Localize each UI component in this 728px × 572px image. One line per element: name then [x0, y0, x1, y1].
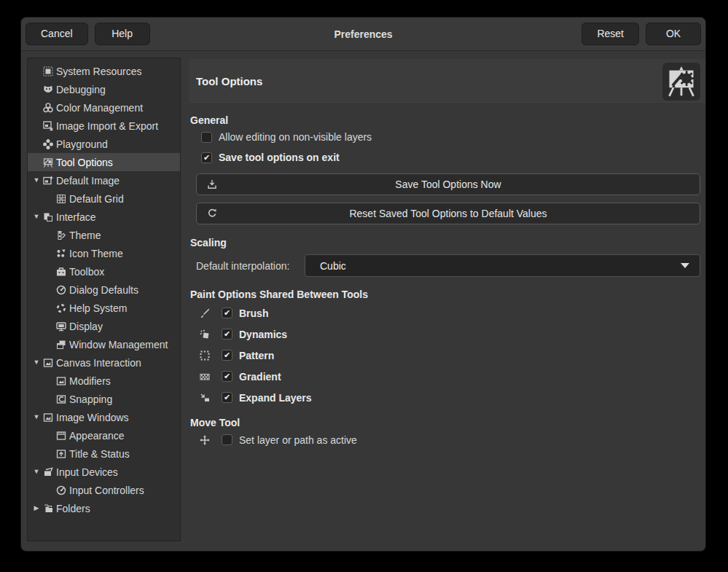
sidebar-item-image-windows[interactable]: ▼Image Windows	[28, 408, 180, 426]
interpolation-dropdown[interactable]: Cubic	[305, 254, 700, 277]
expander-open-icon[interactable]: ▼	[31, 463, 42, 481]
sidebar-item-label: Snapping	[69, 393, 112, 405]
checkbox-dynamics[interactable]: ✔	[222, 329, 232, 340]
sidebar-item-debugging[interactable]: Debugging	[28, 80, 180, 98]
section-title-paint-options: Paint Options Shared Between Tools	[189, 288, 706, 301]
dial-icon	[55, 284, 67, 296]
sidebar-item-label: Debugging	[56, 84, 106, 95]
expander-open-icon[interactable]: ▼	[31, 353, 42, 372]
expander-open-icon[interactable]: ▼	[31, 408, 42, 426]
sidebar-item-label: Color Management	[56, 102, 143, 114]
option-row-allow-editing-on-non-visible-layers: Allow editing on non-visible layers	[189, 127, 706, 147]
expander-closed-icon[interactable]: ▶	[31, 499, 42, 517]
sidebar-item-dialog-defaults[interactable]: Dialog Defaults	[28, 281, 180, 299]
sidebar-item-image-import-export[interactable]: Image Import & Export	[28, 117, 180, 135]
sidebar-item-title-status[interactable]: Title & Status	[28, 444, 180, 463]
sidebar-item-display[interactable]: Display	[28, 317, 180, 335]
folder-stack-icon	[42, 503, 54, 514]
sidebar-item-help-system[interactable]: Help System	[28, 299, 180, 317]
interpolation-value: Cubic	[320, 260, 346, 272]
sidebar-item-folders[interactable]: ▶Folders	[28, 499, 180, 517]
sidebar-item-label: Image Windows	[56, 412, 129, 423]
expander-open-icon[interactable]: ▼	[31, 171, 42, 189]
ok-button[interactable]: OK	[646, 23, 701, 45]
checkbox-set-layer-or-path-as-active[interactable]	[222, 434, 232, 445]
monitor-icon	[55, 321, 67, 332]
canvas-image-icon	[42, 357, 54, 369]
tool-options-actions: Save Tool Options NowReset Saved Tool Op…	[189, 173, 706, 224]
snap-icon	[55, 393, 67, 405]
sidebar-item-system-resources[interactable]: System Resources	[28, 62, 180, 80]
theme-icon	[55, 230, 67, 241]
checkmark-icon: ✔	[224, 351, 230, 359]
checkmark-icon: ✔	[224, 372, 230, 380]
checkbox-gradient[interactable]: ✔	[222, 371, 232, 382]
option-label: Pattern	[239, 350, 274, 361]
cancel-button[interactable]: Cancel	[26, 23, 88, 45]
cpu-chip-icon	[42, 66, 54, 77]
checkbox-brush[interactable]: ✔	[222, 307, 232, 318]
color-circles-icon	[42, 102, 54, 114]
sidebar-item-label: Help System	[69, 302, 127, 314]
option-label: Save tool options on exit	[219, 152, 340, 163]
sidebar-item-playground[interactable]: Playground	[28, 135, 180, 153]
panel-title: Tool Options	[196, 75, 262, 87]
preferences-dialog: Cancel Help Preferences Reset OK System …	[20, 17, 706, 552]
option-row-save-tool-options-on-exit: ✔Save tool options on exit	[189, 147, 706, 168]
section-title-scaling: Scaling	[189, 236, 706, 249]
preferences-category-list[interactable]: System ResourcesDebuggingColor Managemen…	[27, 58, 181, 541]
sidebar-item-tool-options[interactable]: Tool Options	[28, 153, 180, 171]
expander-open-icon[interactable]: ▼	[31, 208, 42, 226]
move-tool-options: Set layer or path as active	[189, 429, 706, 450]
checkbox-expand-layers[interactable]: ✔	[222, 392, 232, 403]
window-stack-icon	[55, 339, 67, 350]
option-label: Set layer or path as active	[239, 434, 357, 446]
sidebar-item-canvas-interaction[interactable]: ▼Canvas Interaction	[28, 353, 180, 372]
section-title-move-tool: Move Tool	[189, 416, 706, 429]
sidebar-item-snapping[interactable]: Snapping	[28, 390, 180, 408]
sidebar-item-modifiers[interactable]: Modifiers	[28, 372, 180, 390]
window-title-icon	[55, 448, 67, 460]
sidebar-item-window-management[interactable]: Window Management	[28, 335, 180, 353]
help-button[interactable]: Help	[95, 23, 150, 45]
canvas-image-icon	[55, 375, 67, 387]
titlebar-left-group: Cancel Help	[26, 23, 150, 45]
button-label: Reset Saved Tool Options to Default Valu…	[349, 208, 547, 219]
titlebar-right-group: Reset OK	[582, 23, 701, 45]
sidebar-item-theme[interactable]: Theme	[28, 226, 180, 244]
tool-option-row-expand-layers: ✔Expand Layers	[189, 387, 706, 408]
sidebar-item-interface[interactable]: ▼Interface	[28, 208, 180, 226]
sidebar-item-input-controllers[interactable]: Input Controllers	[28, 481, 180, 499]
option-label: Allow editing on non-visible layers	[219, 131, 372, 143]
paintbrush-icon	[199, 307, 211, 319]
image-import-icon	[42, 120, 54, 132]
sidebar-item-color-management[interactable]: Color Management	[28, 98, 180, 117]
chevron-down-icon	[681, 263, 689, 268]
checkbox-allow-editing-on-non-visible-layers[interactable]	[201, 132, 212, 143]
sidebar-item-default-grid[interactable]: Default Grid	[28, 189, 180, 208]
gradient-checker-icon	[199, 371, 211, 383]
image-star-icon	[42, 175, 54, 187]
reset-button[interactable]: Reset	[582, 23, 639, 45]
save-tray-icon	[206, 179, 218, 190]
help-ring-icon	[55, 302, 67, 314]
sidebar-item-label: Modifiers	[69, 375, 111, 387]
sidebar-item-label: Input Controllers	[69, 485, 144, 496]
checkbox-pattern[interactable]: ✔	[222, 350, 232, 361]
sidebar-item-toolbox[interactable]: Toolbox	[28, 262, 180, 281]
sidebar-item-appearance[interactable]: Appearance	[28, 426, 180, 444]
sidebar-item-input-devices[interactable]: ▼Input Devices	[28, 463, 180, 481]
sidebar-item-label: Window Management	[69, 339, 168, 350]
interpolation-label: Default interpolation:	[196, 260, 289, 272]
reset-saved-tool-options-to-default-values-button[interactable]: Reset Saved Tool Options to Default Valu…	[196, 203, 700, 224]
checkmark-icon: ✔	[203, 154, 210, 162]
checkmark-icon: ✔	[224, 330, 230, 338]
tool-option-row-pattern: ✔Pattern	[189, 345, 706, 366]
checkbox-save-tool-options-on-exit[interactable]: ✔	[201, 152, 212, 163]
save-tool-options-now-button[interactable]: Save Tool Options Now	[196, 173, 700, 195]
sidebar-item-default-image[interactable]: ▼Default Image	[28, 171, 180, 189]
dynamics-icon	[199, 329, 211, 340]
icon-theme-icon	[55, 248, 67, 259]
sidebar-item-icon-theme[interactable]: Icon Theme	[28, 244, 180, 262]
interface-panels-icon	[42, 211, 54, 223]
